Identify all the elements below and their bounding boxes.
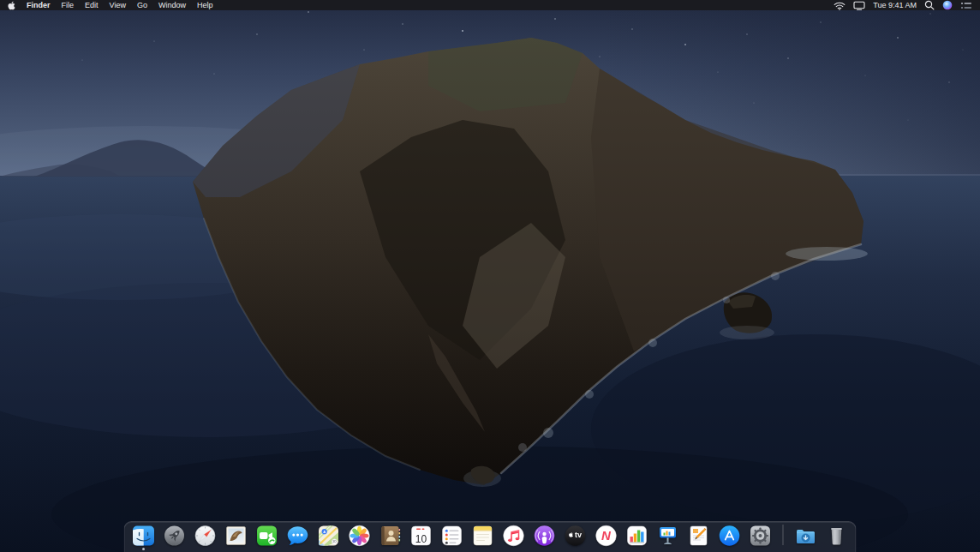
notes-icon <box>471 524 495 548</box>
finder-icon <box>132 524 156 548</box>
svg-text:A: A <box>323 530 326 534</box>
dock-item-podcasts[interactable] <box>533 524 557 548</box>
spotlight-button[interactable] <box>924 0 935 10</box>
safari-icon <box>194 524 218 548</box>
apple-logo-icon <box>8 1 15 10</box>
downloads-folder-icon <box>794 524 818 548</box>
system-preferences-icon <box>749 524 773 548</box>
notification-center-icon <box>960 1 972 10</box>
maps-icon: A 3D <box>317 524 341 548</box>
menu-item-view[interactable]: View <box>110 0 126 10</box>
photos-icon <box>348 524 372 548</box>
siri-icon <box>942 0 953 10</box>
svg-text:10: 10 <box>415 533 427 545</box>
menu-item-window[interactable]: Window <box>158 0 186 10</box>
svg-text:N: N <box>601 528 612 543</box>
dock-item-finder[interactable] <box>132 524 156 548</box>
calendar-icon: 10 <box>409 524 433 548</box>
menu-bar: Finder File Edit View Go Window Help Tue… <box>0 0 980 10</box>
menu-item-finder[interactable]: Finder <box>27 0 51 10</box>
mail-icon <box>224 524 248 548</box>
running-indicator <box>142 548 145 550</box>
svg-text:3D: 3D <box>332 540 337 543</box>
dock-item-keynote[interactable] <box>656 524 680 548</box>
trash-icon <box>825 524 849 548</box>
dock-item-photos[interactable] <box>348 524 372 548</box>
menu-bar-status: Tue 9:41 AM <box>834 0 972 10</box>
dock-item-contacts[interactable] <box>379 524 403 548</box>
menu-item-go[interactable]: Go <box>137 0 147 10</box>
reminders-icon <box>440 524 464 548</box>
wifi-status[interactable] <box>834 1 846 10</box>
facetime-icon <box>255 524 279 548</box>
dock-item-messages[interactable] <box>286 524 310 548</box>
dock-item-trash[interactable] <box>825 524 849 548</box>
display-mirroring-icon <box>853 1 865 10</box>
pages-icon <box>687 524 711 548</box>
dock-item-tv[interactable]: tv <box>564 524 588 548</box>
spotlight-search-icon <box>924 0 935 10</box>
dock-divider[interactable] <box>783 525 784 545</box>
menu-item-file[interactable]: File <box>62 0 75 10</box>
wifi-icon <box>834 1 846 10</box>
launchpad-icon <box>163 524 187 548</box>
dock-item-app-store[interactable] <box>718 524 742 548</box>
dock-item-pages[interactable] <box>687 524 711 548</box>
messages-icon <box>286 524 310 548</box>
display-mirroring-status[interactable] <box>853 1 865 10</box>
menu-bar-left: Finder File Edit View Go Window Help <box>8 0 212 10</box>
contacts-icon <box>379 524 403 548</box>
music-icon <box>502 524 526 548</box>
numbers-icon <box>625 524 649 548</box>
dock-item-launchpad[interactable] <box>163 524 187 548</box>
apple-tv-icon: tv <box>564 524 588 548</box>
svg-text:tv: tv <box>575 531 582 539</box>
dock-item-mail[interactable] <box>224 524 248 548</box>
app-store-icon <box>718 524 742 548</box>
dock-item-downloads[interactable] <box>794 524 818 548</box>
podcasts-icon <box>533 524 557 548</box>
dock-item-notes[interactable] <box>471 524 495 548</box>
apple-menu[interactable] <box>8 1 15 10</box>
menu-item-edit[interactable]: Edit <box>85 0 99 10</box>
notification-center-button[interactable] <box>960 1 972 10</box>
news-icon: N <box>595 524 618 548</box>
keynote-icon <box>656 524 680 548</box>
dock-item-safari[interactable] <box>194 524 218 548</box>
menu-item-help[interactable]: Help <box>197 0 213 10</box>
dock-item-maps[interactable]: A 3D <box>317 524 341 548</box>
dock-item-numbers[interactable] <box>625 524 649 548</box>
dock-item-facetime[interactable] <box>255 524 279 548</box>
dock-item-calendar[interactable]: 10 <box>409 524 433 548</box>
menu-bar-clock[interactable]: Tue 9:41 AM <box>873 0 917 10</box>
desktop-wallpaper <box>0 0 980 552</box>
dock: A 3D <box>124 521 857 552</box>
dock-item-system-preferences[interactable] <box>749 524 773 548</box>
dock-item-music[interactable] <box>502 524 526 548</box>
dock-item-news[interactable]: N <box>595 524 618 548</box>
siri-button[interactable] <box>942 0 953 10</box>
dock-item-reminders[interactable] <box>440 524 464 548</box>
